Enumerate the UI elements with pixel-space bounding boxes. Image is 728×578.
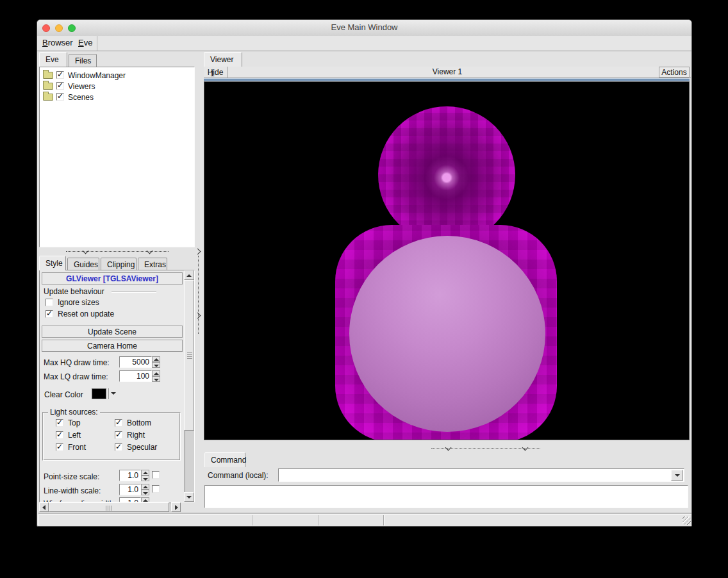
light-front-checkbox[interactable]: [56, 443, 63, 451]
chevron-down-icon: [111, 392, 116, 395]
folder-icon: [43, 72, 53, 79]
tree-item-label[interactable]: Viewers: [68, 82, 95, 91]
tree-checkbox[interactable]: [56, 93, 64, 101]
light-left-label[interactable]: Left: [68, 431, 81, 440]
update-scene-button[interactable]: Update Scene: [42, 326, 183, 338]
light-right-label[interactable]: Right: [127, 431, 145, 440]
tree-item-viewers[interactable]: Viewers: [43, 81, 190, 92]
resize-grip[interactable]: [682, 516, 691, 525]
menu-eve[interactable]: Eve: [78, 38, 92, 47]
light-left-checkbox[interactable]: [56, 431, 63, 439]
camera-home-button[interactable]: Camera Home: [42, 340, 183, 352]
menu-browser[interactable]: Browser: [42, 38, 73, 47]
spin-up-icon[interactable]: [141, 470, 149, 475]
scrollbar-thumb[interactable]: [49, 502, 169, 512]
scroll-up-button[interactable]: [184, 270, 194, 280]
chevron-down-icon: [675, 474, 680, 477]
max-lq-stepper[interactable]: [152, 370, 160, 382]
command-output[interactable]: [204, 485, 688, 508]
spin-up-icon[interactable]: [141, 497, 149, 502]
gl-viewport[interactable]: [204, 81, 690, 440]
command-input[interactable]: [278, 468, 684, 482]
light-specular-checkbox[interactable]: [115, 443, 122, 451]
viewer-toolbar: Viewer 1 Hide Actions: [204, 67, 691, 78]
spin-up-icon[interactable]: [152, 356, 160, 362]
tab-command[interactable]: Command: [204, 452, 245, 467]
tree-checkbox[interactable]: [56, 71, 64, 79]
tree-item-windowmanager[interactable]: WindowManager: [43, 70, 190, 81]
spin-down-icon[interactable]: [152, 376, 160, 382]
ignore-sizes-checkbox[interactable]: [46, 299, 53, 306]
folder-icon: [43, 94, 53, 101]
tab-style[interactable]: Style: [39, 256, 66, 270]
menubar-divider: [97, 36, 97, 51]
light-bottom-label[interactable]: Bottom: [127, 418, 151, 427]
glviewer-button[interactable]: GLViewer [TGLSAViewer]: [42, 272, 183, 285]
max-hq-stepper[interactable]: [152, 356, 160, 368]
light-front-label[interactable]: Front: [68, 443, 86, 452]
reset-on-update-label[interactable]: Reset on update: [58, 310, 114, 318]
light-bottom-checkbox[interactable]: [115, 419, 122, 427]
scroll-down-button[interactable]: [184, 492, 194, 502]
line-width-checkbox[interactable]: [152, 485, 160, 493]
scene-inner-sphere: [349, 236, 545, 432]
status-part: [318, 515, 384, 525]
tab-guides[interactable]: Guides: [67, 258, 99, 270]
spin-up-icon[interactable]: [152, 370, 160, 376]
scrollbar-thumb[interactable]: [184, 280, 194, 431]
actions-button[interactable]: Actions: [659, 67, 690, 78]
command-local-label: Command (local):: [208, 471, 269, 480]
ignore-sizes-label[interactable]: Ignore sizes: [58, 298, 99, 307]
reset-on-update-checkbox[interactable]: [46, 310, 53, 318]
tree-item-label[interactable]: WindowManager: [68, 71, 126, 80]
folder-icon: [43, 83, 53, 90]
spin-down-icon[interactable]: [141, 475, 149, 481]
light-top-checkbox[interactable]: [56, 419, 63, 427]
light-right-checkbox[interactable]: [115, 431, 122, 439]
clear-color-label: Clear Color: [44, 390, 83, 399]
light-specular-label[interactable]: Specular: [127, 443, 157, 452]
point-size-checkbox[interactable]: [152, 471, 160, 479]
title-bar[interactable]: Eve Main Window: [37, 20, 691, 37]
line-width-stepper[interactable]: [141, 484, 149, 495]
tab-viewer-1[interactable]: Viewer 1: [204, 52, 242, 67]
spin-up-icon[interactable]: [141, 484, 149, 490]
menu-bar: Browser Eve: [37, 36, 691, 51]
clear-color-dropdown[interactable]: [108, 388, 119, 399]
hide-button[interactable]: Hide: [204, 67, 228, 78]
splitter-chevron-icon: [445, 445, 452, 451]
spin-down-icon[interactable]: [141, 490, 149, 495]
status-part: [252, 515, 318, 525]
spin-down-icon[interactable]: [152, 362, 160, 368]
wireframe-input[interactable]: 1.0: [119, 497, 141, 502]
wireframe-stepper[interactable]: [141, 497, 149, 502]
line-width-label: Line-width scale:: [44, 486, 101, 495]
tab-clipping[interactable]: Clipping: [101, 258, 136, 270]
tab-files[interactable]: Files: [69, 54, 97, 67]
tab-extras[interactable]: Extras: [138, 258, 167, 270]
max-lq-label: Max LQ draw time:: [44, 372, 108, 381]
status-bar: [38, 514, 691, 526]
tree-item-label[interactable]: Scenes: [68, 93, 94, 102]
point-size-label: Point-size scale:: [44, 472, 99, 481]
point-size-stepper[interactable]: [141, 470, 149, 481]
tree-item-scenes[interactable]: Scenes: [43, 92, 190, 103]
splitter-chevron-icon: [522, 445, 529, 451]
light-top-label[interactable]: Top: [68, 418, 80, 427]
splitter-chevron-icon: [147, 248, 153, 254]
max-hq-input[interactable]: 5000: [119, 356, 152, 368]
line-width-input[interactable]: 1.0: [119, 484, 141, 495]
group-divider: [112, 292, 156, 293]
tree-checkbox[interactable]: [56, 82, 64, 90]
point-size-input[interactable]: 1.0: [119, 470, 141, 481]
command-tabbar: Command: [204, 452, 689, 467]
scroll-right-button[interactable]: [171, 502, 181, 512]
clear-color-swatch[interactable]: [92, 388, 106, 399]
tab-eve[interactable]: Eve: [39, 52, 67, 67]
light-sources-group: Light sources: Top Bottom Left Right Fro…: [42, 412, 181, 461]
command-dropdown-button[interactable]: [671, 470, 683, 481]
splitter-chevron-icon: [195, 313, 201, 319]
window-title: Eve Main Window: [37, 22, 691, 32]
scroll-left-button[interactable]: [39, 502, 49, 512]
max-lq-input[interactable]: 100: [119, 370, 152, 382]
